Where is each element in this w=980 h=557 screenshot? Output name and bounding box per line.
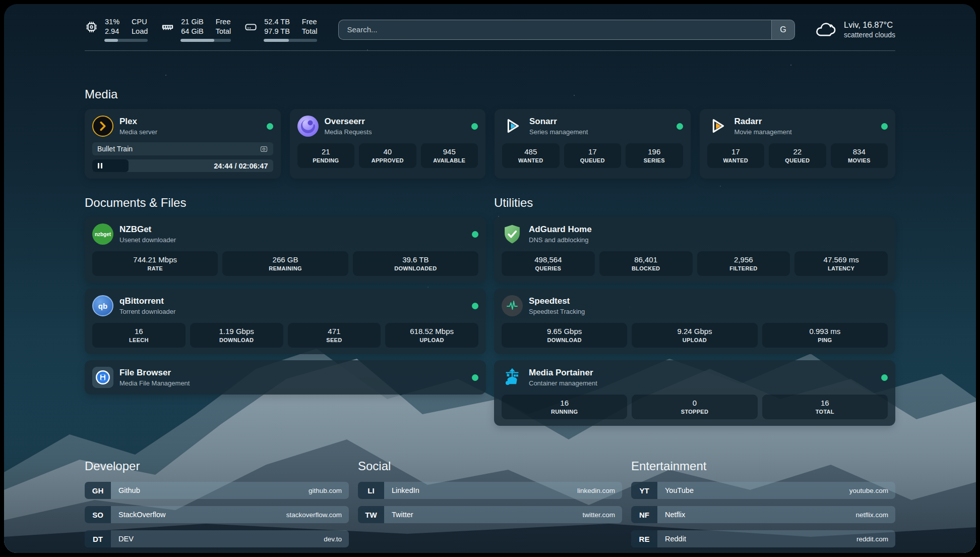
nzbget-card[interactable]: nzbget NZBGet Usenet downloader 744.21 M… (85, 217, 486, 283)
stat-tile: 498,564 QUERIES (502, 251, 595, 276)
pause-icon (98, 163, 99, 169)
overseerr-status-dot (471, 123, 478, 130)
qbittorrent-icon: qb (92, 295, 113, 316)
bookmark-twitter[interactable]: TW Twitter twitter.com (358, 506, 622, 523)
cpu-widget: 31% 2.94 CPU Load (85, 17, 148, 42)
stat-tile: 17 QUEUED (564, 143, 622, 168)
bookmark-reddit[interactable]: RE Reddit reddit.com (631, 530, 895, 547)
filebrowser-subtitle: Media File Management (119, 379, 190, 387)
stat-tile: 0 STOPPED (632, 395, 757, 419)
stat-tile: 47.569 ms LATENCY (794, 251, 888, 276)
cpu-progressbar (104, 39, 148, 42)
stat-tile: 196 SERIES (626, 143, 683, 168)
speedtest-subtitle: Speedtest Tracking (529, 308, 585, 315)
filebrowser-title: File Browser (119, 368, 190, 378)
nzbget-status-dot (472, 231, 478, 238)
stat-tile: 471 SEED (288, 323, 381, 348)
cpu-label-1: CPU (132, 17, 148, 27)
portainer-subtitle: Container management (529, 379, 597, 387)
sonarr-subtitle: Series management (529, 128, 588, 136)
cast-icon[interactable] (260, 145, 268, 153)
system-stats: 31% 2.94 CPU Load (85, 17, 317, 42)
bookmark-linkedin[interactable]: LI LinkedIn linkedin.com (358, 482, 622, 499)
plex-card[interactable]: Plex Media server Bullet Train 24:44 / 0 (85, 109, 281, 179)
stat-tile: 0.993 ms PING (762, 323, 888, 348)
bookmark-github[interactable]: GH Github github.com (85, 482, 349, 499)
radarr-card[interactable]: Radarr Movie management 17 WANTED 22 QUE… (700, 109, 896, 179)
adguard-title: AdGuard Home (529, 225, 592, 235)
media-section-title: Media (85, 87, 895, 101)
adguard-card[interactable]: AdGuard Home DNS and adblocking 498,564 … (494, 217, 895, 283)
speedtest-card[interactable]: Speedtest Speedtest Tracking 9.65 Gbps D… (494, 289, 895, 354)
developer-group: Developer GH Github github.com SO StackO… (85, 459, 349, 553)
stat-tile: 744.21 Mbps RATE (92, 251, 218, 276)
entertainment-section-title: Entertainment (631, 459, 895, 473)
stat-tile: 21 PENDING (297, 143, 355, 168)
memory-progressbar (180, 39, 231, 42)
bookmark-stackoverflow[interactable]: SO StackOverflow stackoverflow.com (85, 506, 349, 523)
top-bar: 31% 2.94 CPU Load (85, 17, 895, 42)
documents-section-title: Documents & Files (85, 196, 486, 210)
stat-tile: 485 WANTED (502, 143, 560, 168)
plex-now-playing-title: Bullet Train (97, 145, 133, 153)
overseerr-card[interactable]: Overseerr Media Requests 21 PENDING 40 A… (290, 109, 486, 179)
stat-tile: 9.24 Gbps UPLOAD (632, 323, 757, 348)
weather-location-temp: Lviv, 16.87°C (844, 20, 895, 30)
overseerr-title: Overseerr (325, 117, 372, 127)
qbittorrent-card[interactable]: qb qBittorrent Torrent downloader 16 LEE… (85, 289, 486, 354)
cpu-usage: 31% (105, 17, 119, 27)
plex-title: Plex (119, 117, 157, 127)
plex-progressbar: 24:44 / 02:06:47 (92, 159, 273, 172)
stat-tile: 1.19 Gbps DOWNLOAD (190, 323, 283, 348)
plex-timestamp: 24:44 / 02:06:47 (214, 162, 273, 170)
search-bar: G (338, 20, 795, 40)
bookmark-dev[interactable]: DT DEV dev.to (85, 530, 349, 547)
stat-value: 21 (299, 147, 353, 156)
plex-icon (92, 116, 113, 137)
utilities-column: Utilities AdGuard Home DNS and adblockin… (494, 196, 895, 432)
header-divider (85, 50, 895, 51)
stat-tile: 945 AVAILABLE (421, 143, 478, 168)
dashboard-window: 31% 2.94 CPU Load (4, 4, 976, 553)
adguard-subtitle: DNS and adblocking (529, 236, 592, 244)
filebrowser-card[interactable]: File Browser Media File Management (85, 360, 486, 395)
cpu-label-2: Load (132, 27, 148, 36)
stat-tile: 39.6 TB DOWNLOADED (353, 251, 478, 276)
search-provider-button[interactable]: G (771, 20, 794, 39)
overseerr-icon (297, 116, 319, 137)
nzbget-subtitle: Usenet downloader (119, 236, 176, 244)
search-input[interactable] (339, 20, 771, 39)
radarr-title: Radarr (734, 117, 792, 127)
portainer-status-dot (881, 374, 888, 381)
qbittorrent-title: qBittorrent (119, 296, 175, 306)
radarr-icon (707, 116, 728, 137)
disk-free: 52.4 TB (264, 17, 290, 27)
bookmark-youtube[interactable]: YT YouTube youtube.com (631, 482, 895, 499)
stat-tile: 16 LEECH (92, 323, 186, 348)
stat-tile: 9.65 Gbps DOWNLOAD (502, 323, 627, 348)
developer-section-title: Developer (85, 459, 349, 473)
stat-label: PENDING (299, 157, 353, 163)
stat-tile: 16 RUNNING (502, 395, 627, 419)
disk-label-1: Free (302, 17, 318, 27)
sonarr-card[interactable]: Sonarr Series management 485 WANTED 17 Q… (495, 109, 691, 179)
stat-tile: 22 QUEUED (769, 143, 826, 168)
stat-tile: 2,956 FILTERED (697, 251, 790, 276)
nzbget-icon: nzbget (92, 224, 113, 245)
cpu-icon (85, 20, 98, 34)
adguard-icon (502, 224, 523, 245)
portainer-card[interactable]: Media Portainer Container management 16 … (494, 360, 895, 426)
memory-widget: 21 GiB 64 GiB Free Total (161, 17, 231, 42)
bookmark-netflix[interactable]: NF Netflix netflix.com (631, 506, 895, 523)
filebrowser-status-dot (472, 374, 478, 381)
media-grid: Plex Media server Bullet Train 24:44 / 0 (85, 109, 895, 179)
bookmark-name: Github (111, 482, 140, 499)
stat-tile: 40 APPROVED (359, 143, 416, 168)
bookmark-abbr: GH (85, 482, 111, 499)
memory-free: 21 GiB (181, 17, 203, 27)
sonarr-title: Sonarr (529, 117, 588, 127)
weather-widget: Lviv, 16.87°C scattered clouds (815, 20, 895, 39)
disk-progressbar (264, 39, 317, 42)
sonarr-status-dot (677, 123, 683, 130)
qbittorrent-status-dot (472, 303, 478, 309)
